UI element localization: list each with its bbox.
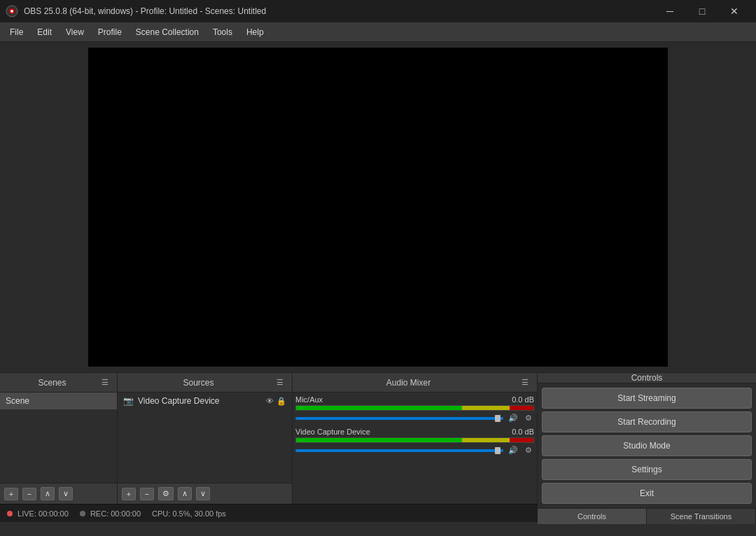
scenes-remove-button[interactable]: −: [22, 488, 36, 500]
audio-meter-mic-scale: [296, 406, 533, 410]
meter-yellow-video: [462, 438, 510, 442]
volume-slider-video[interactable]: [295, 449, 503, 452]
meter-green-mic: [296, 406, 462, 410]
scenes-list: Scene: [0, 393, 117, 483]
audio-settings-video-icon[interactable]: ⚙: [523, 445, 534, 456]
rec-label: REC: 00:00:00: [90, 509, 141, 518]
controls-panel-header: Controls: [538, 373, 756, 383]
audio-track-mic-name: Mic/Aux: [295, 395, 323, 404]
audio-panel-title: Audio Mixer: [298, 378, 519, 388]
scene-item[interactable]: Scene: [0, 393, 117, 409]
audio-meter-video: [295, 437, 534, 443]
scenes-panel: Scenes ☰ Scene + − ∧ ∨: [0, 373, 118, 504]
title-bar: OBS 25.0.8 (64-bit, windows) - Profile: …: [0, 0, 756, 22]
scenes-up-button[interactable]: ∧: [41, 487, 55, 500]
menu-bar: File Edit View Profile Scene Collection …: [0, 22, 756, 42]
audio-mute-mic-icon[interactable]: 🔊: [506, 413, 520, 423]
audio-volume-row-video: 🔊 ⚙: [295, 445, 534, 456]
volume-slider-video-thumb: [495, 447, 500, 454]
controls-panel: Controls Start Streaming Start Recording…: [538, 373, 756, 504]
scenes-panel-header: Scenes ☰: [0, 373, 117, 393]
settings-button[interactable]: Settings: [542, 459, 752, 480]
scenes-panel-title: Scenes: [6, 378, 99, 388]
bottom-panels: Scenes ☰ Scene + − ∧ ∨ Sources ☰ 📷 Video…: [0, 372, 756, 504]
menu-edit[interactable]: Edit: [30, 24, 59, 40]
sources-list: 📷 Video Capture Device 👁 🔒: [118, 393, 292, 483]
window-controls: ─ □ ✕: [654, 0, 750, 22]
sources-remove-button[interactable]: −: [140, 488, 154, 500]
audio-settings-mic-icon[interactable]: ⚙: [523, 413, 534, 423]
maximize-button[interactable]: □: [686, 0, 718, 22]
scenes-add-button[interactable]: +: [4, 488, 18, 500]
minimize-button[interactable]: ─: [654, 0, 686, 22]
controls-tabs: Controls Scene Transitions: [538, 508, 756, 524]
live-indicator: LIVE: 00:00:00: [7, 509, 69, 518]
audio-track-mic-header: Mic/Aux 0.0 dB: [295, 395, 534, 404]
meter-red-video: [510, 438, 533, 442]
preview-area: [0, 42, 756, 372]
start-streaming-button[interactable]: Start Streaming: [542, 388, 752, 409]
volume-slider-mic-thumb: [495, 415, 500, 422]
exit-button[interactable]: Exit: [542, 483, 752, 504]
studio-mode-button[interactable]: Studio Mode: [542, 435, 752, 456]
menu-tools[interactable]: Tools: [206, 24, 239, 40]
source-lock-icon[interactable]: 🔒: [276, 397, 286, 406]
start-recording-button[interactable]: Start Recording: [542, 411, 752, 432]
volume-slider-mic[interactable]: [295, 417, 503, 420]
audio-panel-header: Audio Mixer ☰: [293, 373, 537, 393]
sources-panel: Sources ☰ 📷 Video Capture Device 👁 🔒 + −…: [118, 373, 293, 504]
audio-track-video-db: 0.0 dB: [512, 428, 534, 436]
menu-profile[interactable]: Profile: [91, 24, 129, 40]
sources-panel-menu-icon[interactable]: ☰: [274, 376, 286, 388]
live-dot: [7, 511, 13, 516]
menu-help[interactable]: Help: [239, 24, 271, 40]
meter-yellow-mic: [462, 406, 510, 410]
meter-red-mic: [510, 406, 533, 410]
source-camera-icon: 📷: [123, 396, 134, 406]
audio-meter-mic: [295, 405, 534, 411]
audio-track-mic-db: 0.0 dB: [512, 395, 534, 404]
audio-mixer-panel: Audio Mixer ☰ Mic/Aux 0.0 dB: [293, 373, 538, 504]
audio-panel-menu-icon[interactable]: ☰: [519, 376, 531, 388]
controls-buttons: Start Streaming Start Recording Studio M…: [538, 383, 756, 508]
source-name: Video Capture Device: [138, 396, 262, 406]
controls-panel-title: Controls: [543, 373, 750, 383]
source-controls: 👁 🔒: [266, 397, 286, 406]
scenes-panel-menu-icon[interactable]: ☰: [99, 376, 111, 388]
sources-panel-title: Sources: [123, 378, 274, 388]
audio-volume-row-mic: 🔊 ⚙: [295, 413, 534, 423]
app-icon: [6, 5, 18, 17]
audio-track-video-name: Video Capture Device: [295, 428, 370, 436]
live-label: LIVE: 00:00:00: [18, 509, 69, 518]
tab-scene-transitions[interactable]: Scene Transitions: [647, 509, 756, 524]
sources-settings-button[interactable]: ⚙: [158, 487, 174, 500]
audio-track-mic: Mic/Aux 0.0 dB 🔊 ⚙: [295, 395, 534, 423]
audio-mute-video-icon[interactable]: 🔊: [506, 445, 520, 456]
preview-canvas: [88, 48, 668, 367]
scenes-panel-footer: + − ∧ ∨: [0, 483, 117, 504]
sources-up-button[interactable]: ∧: [178, 487, 192, 500]
audio-tracks: Mic/Aux 0.0 dB 🔊 ⚙: [293, 393, 537, 504]
tab-controls[interactable]: Controls: [538, 509, 647, 524]
menu-file[interactable]: File: [3, 24, 30, 40]
source-item[interactable]: 📷 Video Capture Device 👁 🔒: [118, 393, 292, 409]
close-button[interactable]: ✕: [718, 0, 750, 22]
menu-view[interactable]: View: [59, 24, 91, 40]
rec-indicator: REC: 00:00:00: [80, 509, 141, 518]
cpu-label: CPU: 0.5%, 30.00 fps: [152, 509, 226, 518]
sources-add-button[interactable]: +: [122, 488, 136, 500]
sources-down-button[interactable]: ∨: [196, 487, 210, 500]
sources-panel-header: Sources ☰: [118, 373, 292, 393]
source-visible-icon[interactable]: 👁: [266, 397, 274, 406]
svg-point-2: [10, 10, 13, 13]
window-title: OBS 25.0.8 (64-bit, windows) - Profile: …: [24, 6, 648, 16]
audio-meter-video-scale: [296, 438, 533, 442]
audio-track-video: Video Capture Device 0.0 dB 🔊 ⚙: [295, 428, 534, 456]
menu-scene-collection[interactable]: Scene Collection: [129, 24, 206, 40]
meter-green-video: [296, 438, 462, 442]
sources-panel-footer: + − ⚙ ∧ ∨: [118, 483, 292, 504]
scenes-down-button[interactable]: ∨: [59, 487, 73, 500]
rec-dot: [80, 511, 85, 516]
audio-track-video-header: Video Capture Device 0.0 dB: [295, 428, 534, 436]
